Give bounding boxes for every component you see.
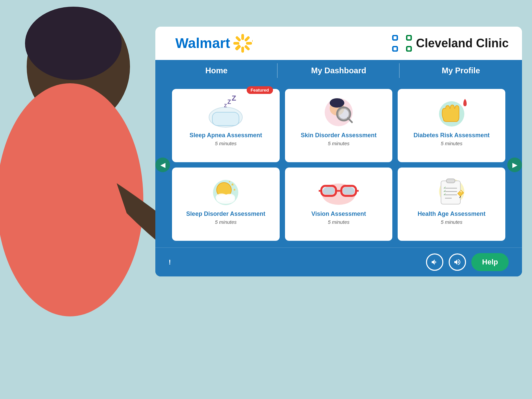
- svg-rect-43: [323, 187, 335, 195]
- sleep-apnea-duration: 5 minutes: [215, 141, 237, 146]
- svg-rect-44: [343, 187, 355, 195]
- walmart-spark-icon: [233, 33, 253, 53]
- card-sleep-apnea[interactable]: Featured Z Z Z Sleep Apne: [172, 89, 280, 162]
- svg-text:✓: ✓: [443, 193, 446, 196]
- svg-rect-8: [233, 42, 239, 45]
- svg-rect-18: [407, 47, 411, 51]
- tab-dashboard[interactable]: My Dashboard: [278, 60, 400, 82]
- svg-point-26: [330, 98, 344, 108]
- svg-text:★: ★: [231, 182, 234, 187]
- svg-rect-14: [235, 36, 241, 42]
- diabetes-risk-title: Diabetes Risk Assessment: [413, 132, 489, 139]
- logos-bar: Walmart: [155, 27, 522, 60]
- cleveland-clinic-name: Cleveland Clinic: [416, 36, 509, 50]
- svg-rect-7: [246, 42, 252, 45]
- health-age-title: Health Age Assessment: [418, 210, 486, 218]
- walmart-logo: Walmart: [175, 33, 253, 53]
- vision-duration: 5 minutes: [328, 219, 349, 225]
- sleep-apnea-title: Sleep Apnea Assessment: [189, 132, 262, 139]
- svg-rect-49: [446, 179, 455, 183]
- assessment-grid-wrapper: ◀ ▶ Featured Z Z: [155, 82, 522, 247]
- svg-rect-11: [244, 36, 250, 42]
- vision-icon: [319, 174, 359, 207]
- volume-off-button[interactable]: [426, 253, 443, 271]
- card-vision[interactable]: Vision Assessment 5 minutes: [285, 168, 393, 241]
- diabetes-risk-duration: 5 minutes: [441, 141, 462, 146]
- svg-rect-5: [241, 34, 244, 40]
- bottom-announcement: !: [169, 258, 171, 266]
- volume-off-icon: [431, 258, 439, 266]
- health-age-duration: 5 minutes: [441, 219, 462, 225]
- svg-point-38: [224, 194, 235, 201]
- svg-rect-6: [241, 47, 244, 53]
- assessment-grid: Featured Z Z Z Sleep Apne: [172, 89, 505, 241]
- skin-disorder-duration: 5 minutes: [328, 141, 349, 146]
- svg-rect-15: [393, 36, 397, 40]
- svg-rect-20: [212, 112, 239, 126]
- svg-text:Z: Z: [224, 103, 227, 108]
- walmart-wordmark: Walmart: [175, 35, 230, 51]
- cleveland-clinic-logo: Cleveland Clinic: [392, 35, 509, 52]
- sleep-disorder-title: Sleep Disorder Assessment: [186, 210, 265, 218]
- svg-point-3: [0, 83, 143, 316]
- svg-text:★: ★: [233, 188, 236, 192]
- diabetes-risk-icon: [432, 96, 472, 129]
- svg-rect-17: [393, 47, 397, 51]
- bottom-bar: ! Help: [155, 247, 522, 276]
- nav-tabs: Home My Dashboard My Profile: [155, 60, 522, 82]
- sleep-disorder-icon: ★ ★ ★: [206, 174, 246, 207]
- vision-title: Vision Assessment: [311, 210, 366, 218]
- main-content: Walmart: [155, 27, 522, 360]
- featured-badge: Featured: [247, 86, 273, 94]
- card-skin-disorder[interactable]: Skin Disorder Assessment 5 minutes: [285, 89, 393, 162]
- tab-profile[interactable]: My Profile: [400, 60, 522, 82]
- card-health-age[interactable]: ✓ ✓ ✓ Health Age Assessment 5 minutes: [398, 168, 505, 241]
- nav-arrow-left[interactable]: ◀: [155, 158, 170, 172]
- svg-text:Z: Z: [227, 99, 231, 105]
- skin-disorder-icon: [319, 96, 359, 129]
- svg-rect-9: [252, 37, 253, 43]
- cleveland-clinic-icon: [392, 35, 412, 52]
- svg-rect-16: [407, 36, 411, 40]
- svg-point-28: [338, 109, 349, 119]
- volume-on-button[interactable]: [449, 253, 466, 271]
- svg-text:Z: Z: [232, 96, 236, 102]
- skin-disorder-title: Skin Disorder Assessment: [301, 132, 376, 139]
- sleep-apnea-icon: Z Z Z: [206, 96, 246, 129]
- kiosk-screen: Home My Dashboard My Profile ◀ ▶ Feature…: [155, 60, 522, 276]
- tab-home[interactable]: Home: [155, 60, 278, 82]
- nav-arrow-right[interactable]: ▶: [507, 158, 522, 172]
- card-diabetes-risk[interactable]: Diabetes Risk Assessment 5 minutes: [398, 89, 505, 162]
- health-age-icon: ✓ ✓ ✓: [432, 174, 472, 207]
- card-sleep-disorder[interactable]: ★ ★ ★ Sleep Disorder Assessment 5 minute…: [172, 168, 280, 241]
- sleep-disorder-duration: 5 minutes: [215, 219, 237, 225]
- svg-rect-13: [244, 45, 250, 51]
- help-button[interactable]: Help: [471, 253, 509, 271]
- svg-text:★: ★: [228, 180, 231, 183]
- svg-point-1: [25, 7, 122, 80]
- volume-on-icon: [453, 258, 461, 266]
